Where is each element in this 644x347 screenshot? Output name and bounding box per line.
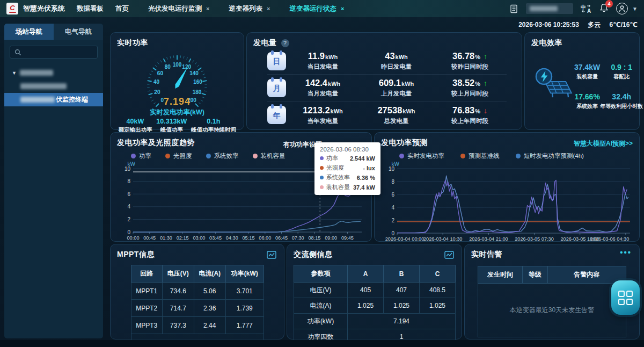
legend-item[interactable]: 光照度	[165, 152, 192, 160]
calendar-icon: 年	[267, 106, 286, 124]
calendar-icon: 日	[267, 52, 286, 70]
legend-item[interactable]: 功率	[131, 152, 151, 160]
stat-peak-duration: 0.1h 峰值功率持续时间	[190, 118, 237, 134]
panel-power-forecast: 发电功率预测 智慧大模型AI预测>> 实时发电功率预测基准线短时发电功率预测(4…	[374, 132, 640, 242]
panel-title: 发电量	[253, 38, 277, 48]
stat-peak-power: 10.313kW 峰值功率	[153, 118, 190, 134]
tab-close-icon[interactable]: ×	[341, 5, 344, 12]
svg-text:08:15: 08:15	[308, 235, 320, 241]
svg-text:160: 160	[193, 79, 202, 85]
report-icon[interactable]	[509, 4, 518, 13]
panel-title: 交流侧信息	[294, 250, 333, 259]
svg-text:20: 20	[154, 89, 160, 95]
svg-text:4: 4	[391, 205, 394, 211]
table-row: 电流(A)1.0251.0251.025	[294, 298, 456, 314]
svg-text:2026-03-05 07:30: 2026-03-05 07:30	[515, 236, 554, 242]
svg-text:2026-03-06 04:30: 2026-03-06 04:30	[590, 236, 630, 242]
search-input[interactable]	[526, 3, 573, 14]
svg-text:7.194: 7.194	[164, 96, 191, 107]
legend-dot-icon	[460, 154, 465, 158]
svg-text:07:30: 07:30	[292, 235, 304, 241]
panel-mppt-info: MPPT信息 回路电压(V)电流(A)功率(kW)MPPT1734.65.063…	[110, 244, 284, 339]
svg-text:8: 8	[127, 178, 130, 184]
panel-title: MPPT信息	[117, 250, 155, 259]
svg-text:2026-03-04 10:30: 2026-03-04 10:30	[423, 236, 463, 242]
svg-text:8: 8	[391, 179, 394, 185]
stat-equivalent-hours: 32.4h 年等效利用小时数	[600, 92, 643, 110]
svg-text:2026-03-04 21:00: 2026-03-04 21:00	[469, 236, 508, 242]
svg-text:0: 0	[127, 229, 130, 235]
panel-realtime-power: 实时功率 0204060801001201401601802007.194实时发…	[110, 32, 244, 130]
legend-item[interactable]: 实时发电功率	[399, 152, 444, 160]
help-icon[interactable]: ?	[281, 39, 289, 47]
tree-node[interactable]	[4, 79, 103, 93]
tooltip-row: 光照度- lux	[320, 164, 375, 172]
svg-text:00:00: 00:00	[127, 235, 140, 241]
legend-item[interactable]: 预测基准线	[460, 152, 500, 160]
tab-pv-monitoring[interactable]: 光伏发电运行监测×	[148, 4, 209, 13]
more-actions-icon[interactable]: •••	[620, 248, 632, 257]
forecast-legend: 实时发电功率预测基准线短时发电功率预测(4h)	[399, 152, 633, 160]
tab-close-icon[interactable]: ×	[267, 5, 270, 12]
svg-text:6: 6	[127, 191, 130, 197]
panel-title: 发电功率及光照度趋势	[117, 138, 195, 148]
svg-text:2: 2	[391, 218, 394, 223]
panel-title: 发电效率	[531, 38, 562, 48]
svg-text:0: 0	[391, 230, 394, 236]
svg-text:80: 80	[165, 64, 171, 70]
tab-inverter-list[interactable]: 逆变器列表×	[229, 4, 270, 13]
table-row: 电压(V)405407408.5	[294, 283, 456, 298]
table-row: 功率(kW)7.194	[294, 314, 456, 329]
panel-power-irradiance-trend: 发电功率及光照度趋势 有功功率设置 功率光照度系统效率装机容量 kW024681…	[110, 132, 372, 242]
sidebar-search-input[interactable]	[10, 46, 98, 59]
language-switch-icon[interactable]: 中 A	[581, 4, 592, 13]
solar-panel-icon	[531, 66, 574, 102]
panel-efficiency: 发电效率 37.4kW 装机容量 0.9 : 1 容配比 17.66% 系统效率	[524, 32, 640, 130]
redacted-node-label	[20, 83, 67, 89]
generation-row: 月 142.4kWh 当月发电量 609.1kWh 上月发电量 38.52%↑ …	[267, 75, 507, 102]
panel-title: 发电功率预测	[381, 138, 428, 148]
tab-close-icon[interactable]: ×	[206, 5, 209, 12]
tree-node-active[interactable]: 伏监控终端	[4, 93, 103, 106]
menu-item-dashboard[interactable]: 数据看板	[77, 4, 104, 13]
alarm-table: 发生时间 等级 告警内容 本逆变器最近30天未发生告警	[478, 266, 626, 337]
status-bar: 2026-03-06 10:25:53 多云 6℃/16℃	[511, 20, 638, 30]
chevron-down-icon[interactable]: ▼	[632, 6, 638, 12]
svg-text:中: 中	[581, 4, 586, 10]
panel-title: 实时告警	[471, 250, 502, 259]
redacted-node-label	[20, 70, 53, 76]
tooltip-rows: 功率2.544 kW光照度- lux系统效率6.36 %装机容量37.4 kW	[320, 154, 375, 191]
table-row: MPPT2714.72.361.739	[131, 300, 264, 317]
legend-item[interactable]: 装机容量	[253, 152, 286, 160]
menu-item-home[interactable]: 首页	[115, 4, 129, 13]
tooltip-row: 系统效率6.36 %	[320, 174, 375, 182]
forecast-chart[interactable]: kW02468102026-03-04 00:002026-03-04 10:3…	[381, 161, 633, 243]
tree-node-root[interactable]: ▼	[4, 66, 103, 79]
grid-icon	[618, 291, 633, 305]
sidebar-tab-station-nav[interactable]: 场站导航	[4, 24, 54, 40]
tab-inverter-status[interactable]: 逆变器运行状态×	[289, 4, 344, 13]
open-tabs: 光伏发电运行监测× 逆变器列表× 逆变器运行状态×	[148, 4, 344, 13]
datetime: 2026-03-06 10:25:53	[518, 21, 579, 28]
power-gauge: 0204060801001201401601802007.194实时发电功率(k…	[118, 48, 237, 119]
legend-dot-icon	[165, 154, 170, 158]
svg-text:06:00: 06:00	[259, 235, 271, 241]
legend-item[interactable]: 短时发电功率预测(4h)	[516, 152, 584, 160]
mppt-table: 回路电压(V)电流(A)功率(kW)MPPT1734.65.063.701MPP…	[131, 265, 264, 344]
ai-forecast-link[interactable]: 智慧大模型AI预测>>	[574, 139, 633, 148]
avatar[interactable]	[616, 3, 628, 15]
sidebar-tab-electrical-nav[interactable]: 电气导航	[54, 24, 103, 40]
realtime-stats: 40kW 额定输出功率 10.313kW 峰值功率 0.1h 峰值功率持续时间	[117, 118, 237, 134]
svg-text:03:45: 03:45	[209, 235, 222, 241]
line-chart-icon[interactable]	[267, 251, 276, 261]
legend-item[interactable]: 系统效率	[206, 152, 239, 160]
panel-ac-side-info: 交流侧信息 参数项ABC电压(V)405407408.5电流(A)1.0251.…	[287, 244, 462, 339]
quick-menu-button[interactable]	[611, 280, 640, 315]
tooltip-row: 功率2.544 kW	[320, 154, 375, 162]
ac-table: 参数项ABC电压(V)405407408.5电流(A)1.0251.0251.0…	[294, 265, 456, 345]
generation-stat: 76.83%↓ 较上年同时段	[433, 105, 507, 125]
notifications-bell[interactable]: 4	[599, 3, 609, 15]
line-chart-icon[interactable]	[444, 251, 454, 261]
stat-installed-capacity: 37.4kW 装机容量	[574, 63, 600, 81]
svg-text:60: 60	[157, 70, 164, 76]
